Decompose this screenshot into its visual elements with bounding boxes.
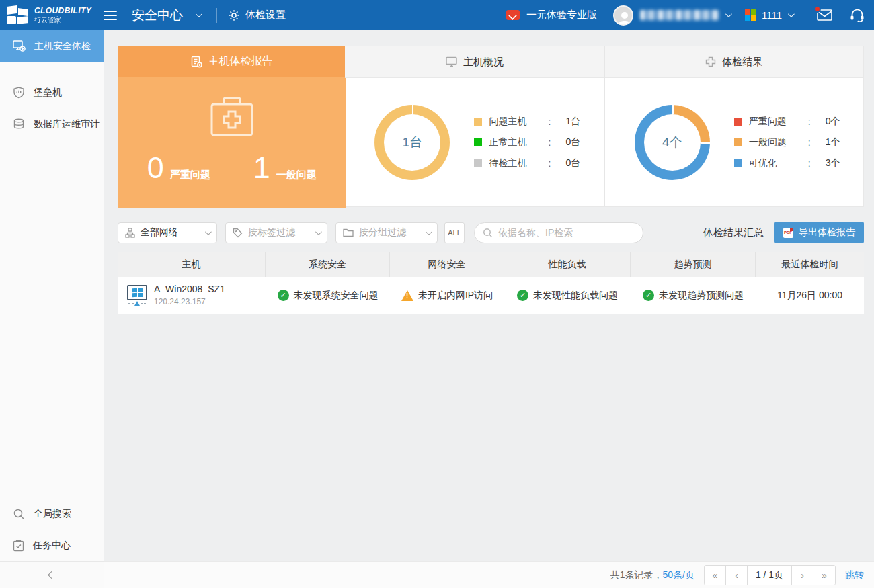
tab-host-check-report[interactable]: 主机体检报告: [118, 46, 346, 77]
search-input[interactable]: [498, 227, 635, 238]
host-overview-legend: 问题主机 : 1台 正常主机 : 0台 待检主机: [474, 116, 580, 169]
panel-check-result: 体检结果 4个 严重问题 : 0个: [604, 46, 863, 206]
chevron-down-icon: [205, 228, 212, 235]
first-aid-kit-icon: [204, 92, 260, 140]
prev-page-button[interactable]: ‹: [726, 566, 748, 585]
check-circle-icon: ✓: [517, 290, 528, 301]
support-button[interactable]: [850, 9, 865, 22]
filter-bar: 全部网络 按标签过滤 按分组过滤: [118, 222, 864, 243]
tag-filter-select[interactable]: 按标签过滤: [225, 222, 327, 243]
legend-swatch: [474, 118, 482, 126]
table-row[interactable]: A_Win2008_SZ1 120.24.23.157 ✓ 未发现系统安全问题 …: [118, 277, 864, 314]
check-settings-button[interactable]: 体检设置: [228, 9, 286, 22]
health-cross-icon: [705, 56, 716, 67]
check-circle-icon: ✓: [278, 290, 289, 301]
hamburger-menu-icon[interactable]: [104, 8, 117, 23]
legend-item: 严重问题 : 0个: [734, 116, 840, 128]
legend-item: 可优化 : 3个: [734, 157, 840, 169]
sidebar-item-database-audit[interactable]: 数据库运维审计: [0, 108, 104, 140]
host-name: A_Win2008_SZ1: [154, 284, 225, 296]
hosts-table: 主机 系统安全 网络安全 性能负载 趋势预测 最近体检时间 A_Win2008_…: [118, 252, 864, 314]
sidebar-item-bastion[interactable]: 堡垒机: [0, 77, 104, 108]
column-header-host: 主机: [118, 252, 266, 277]
export-report-button[interactable]: 导出体检报告: [774, 222, 864, 243]
module-title: 安全中心: [132, 7, 183, 24]
page-size-select[interactable]: 50条/页: [663, 569, 694, 581]
next-page-button[interactable]: ›: [792, 566, 813, 585]
tab-label: 主机体检报告: [208, 54, 273, 69]
donut-center-label: 4个: [635, 105, 710, 180]
team-windows-icon: [745, 9, 756, 21]
headset-icon: [850, 9, 865, 22]
gear-icon: [228, 9, 240, 22]
general-label: 一般问题: [276, 169, 317, 181]
plan-label: 一元体验专业版: [526, 9, 597, 22]
chevron-down-icon: [315, 228, 322, 235]
column-header-last-check: 最近体检时间: [756, 252, 864, 277]
chevron-down-icon: [725, 11, 732, 17]
monitor-icon: [446, 56, 457, 67]
column-header-trend: 趋势预测: [631, 252, 756, 277]
group-filter-select[interactable]: 按分组过滤: [335, 222, 438, 243]
avatar[interactable]: [613, 5, 633, 26]
sidebar-item-label: 任务中心: [33, 540, 71, 552]
bastion-shield-icon: [13, 87, 25, 99]
tab-host-overview[interactable]: 主机概况: [345, 46, 604, 78]
chevron-down-icon: [426, 228, 432, 235]
sidebar-item-label: 堡垒机: [34, 87, 62, 99]
last-check-cell: 11月26日 00:00: [756, 277, 864, 314]
check-settings-label: 体检设置: [245, 9, 286, 22]
sidebar: 主机安全体检 堡垒机 数据库运维审计 全局搜索: [0, 30, 104, 588]
network-filter-select[interactable]: 全部网络: [118, 222, 217, 243]
module-switcher[interactable]: 安全中心: [126, 7, 206, 24]
sidebar-item-label: 主机安全体检: [34, 40, 91, 52]
legend-swatch: [734, 138, 742, 146]
sidebar-item-label: 全局搜索: [34, 508, 71, 520]
search-box[interactable]: [474, 222, 643, 243]
legend-swatch: [474, 138, 482, 146]
panel-host-overview: 主机概况 1台 问题主机 : 1台: [345, 46, 604, 206]
user-menu[interactable]: [640, 10, 730, 20]
tab-label: 体检结果: [722, 56, 762, 69]
network-icon: [125, 228, 135, 238]
sidebar-item-task-center[interactable]: 任务中心: [0, 530, 104, 561]
database-icon: [13, 118, 25, 130]
sidebar-collapse-button[interactable]: [0, 561, 104, 588]
brand-logo[interactable]: CLOUDBILITY 行云管家: [0, 5, 98, 26]
chevron-down-icon: [196, 11, 202, 17]
last-page-button[interactable]: »: [813, 566, 835, 585]
messages-button[interactable]: [817, 9, 832, 21]
sidebar-item-global-search[interactable]: 全局搜索: [0, 498, 104, 530]
team-name: 1111: [762, 9, 782, 21]
column-header-system-security: 系统安全: [266, 252, 390, 277]
check-result-legend: 严重问题 : 0个 一般问题 : 1个 可优化: [734, 116, 840, 169]
plan-badge[interactable]: 一元体验专业版: [506, 9, 597, 22]
donut-center-label: 1台: [374, 105, 450, 180]
host-security-check-icon: [13, 40, 26, 52]
search-icon: [13, 508, 25, 520]
chevron-left-icon: [48, 571, 56, 579]
legend-swatch: [734, 118, 742, 126]
jump-to-page-button[interactable]: 跳转: [845, 569, 864, 581]
severe-issue-stat: 0 严重问题: [147, 153, 210, 183]
sidebar-item-host-security-check[interactable]: 主机安全体检: [0, 30, 104, 62]
pdf-icon: [783, 228, 793, 238]
tag-filter-placeholder: 按标签过滤: [248, 226, 295, 239]
pager: « ‹ 1 / 1页 › »: [704, 565, 836, 585]
tab-check-result[interactable]: 体检结果: [605, 46, 863, 78]
legend-item: 一般问题 : 1个: [734, 136, 840, 149]
general-issue-stat: 1 一般问题: [253, 153, 317, 183]
sidebar-item-label: 数据库运维审计: [34, 118, 100, 130]
first-page-button[interactable]: «: [705, 566, 726, 585]
user-name-blurred: [640, 10, 719, 20]
summary-panels: 主机体检报告 0 严重问题: [118, 46, 864, 207]
team-switcher[interactable]: 1111: [762, 9, 793, 21]
search-icon: [483, 228, 493, 238]
group-filter-placeholder: 按分组过滤: [359, 226, 406, 239]
severe-label: 严重问题: [170, 169, 210, 181]
tab-label: 主机概况: [463, 56, 504, 69]
notification-dot: [813, 5, 821, 13]
host-ip: 120.24.23.157: [154, 297, 225, 307]
task-clipboard-icon: [13, 540, 24, 552]
all-filter-button[interactable]: ALL: [444, 222, 465, 243]
